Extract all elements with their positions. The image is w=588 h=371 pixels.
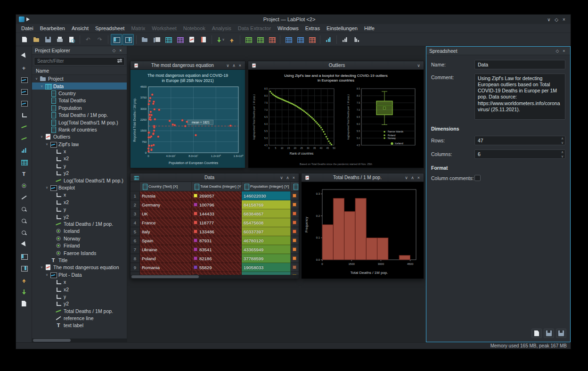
- cell-country[interactable]: Germany: [140, 200, 192, 209]
- new-project-button[interactable]: [19, 34, 30, 45]
- window-close-button[interactable]: ×: [291, 175, 297, 180]
- tree-item-rank-of-countries[interactable]: Rank of countries: [32, 126, 127, 133]
- cell-total-deaths[interactable]: 118777: [192, 218, 242, 227]
- cell-total-deaths[interactable]: 83541: [192, 245, 242, 254]
- column-statistics-button[interactable]: [323, 34, 334, 45]
- cell-total-deaths[interactable]: 269057: [192, 191, 242, 200]
- cell-extra[interactable]: [291, 227, 299, 236]
- add-reference-line-button[interactable]: [18, 192, 30, 203]
- cell-population[interactable]: 68384867: [242, 209, 291, 218]
- cell-country[interactable]: Russia: [140, 191, 192, 200]
- export-button[interactable]: [226, 34, 237, 45]
- tree-item-population[interactable]: Population: [32, 104, 127, 111]
- tree-item-title[interactable]: Title: [32, 256, 127, 264]
- tree-item-outliers[interactable]: ∨Outliers: [32, 133, 127, 140]
- menu-windows[interactable]: Windows: [274, 25, 302, 32]
- menu-extras[interactable]: Extras: [302, 25, 323, 32]
- column-comments-checkbox[interactable]: [474, 175, 481, 181]
- window-close-button[interactable]: ×: [416, 175, 422, 180]
- maximize-button[interactable]: ◇: [553, 17, 560, 22]
- spin-up-icon[interactable]: ∧: [561, 150, 564, 154]
- zoom-fit-tool-button[interactable]: [18, 228, 30, 238]
- outliers-worksheet[interactable]: Using Zipf's law and a boxplot for detec…: [248, 70, 424, 168]
- window-close-button[interactable]: ×: [237, 63, 243, 68]
- spin-up-icon[interactable]: ∧: [561, 136, 564, 140]
- scrollbar-handle[interactable]: [131, 275, 199, 278]
- tree-item-x[interactable]: x: [32, 278, 127, 285]
- menu-spreadsheet[interactable]: Spreadsheet: [92, 25, 128, 32]
- crosshair-tool-button[interactable]: [18, 63, 30, 73]
- tree-item-x2[interactable]: x2: [32, 198, 127, 206]
- add-plot-button[interactable]: [18, 74, 30, 85]
- tree-item-norway[interactable]: Norway: [32, 235, 127, 242]
- cell-extra[interactable]: [291, 236, 299, 245]
- redo-button[interactable]: [94, 34, 106, 45]
- toggle-project-explorer-button[interactable]: [111, 34, 122, 45]
- tree-item-the-most-dangerous-equation[interactable]: ∨The most dangerous equation: [32, 264, 127, 271]
- spin-down-icon[interactable]: ∨: [561, 140, 564, 145]
- export-worksheet-button[interactable]: [18, 275, 30, 285]
- columns-input[interactable]: [474, 149, 565, 159]
- column-header-1[interactable]: Country {Text} [X]: [140, 182, 192, 191]
- tree-item-y2[interactable]: y2: [32, 213, 127, 220]
- tree-item-total-deaths-1m-pop[interactable]: Total Deaths / 1M pop.: [32, 307, 127, 314]
- row-number[interactable]: 8: [131, 254, 140, 263]
- cell-extra[interactable]: [291, 254, 299, 263]
- tree-item-x[interactable]: x: [32, 191, 127, 198]
- remove-columns-button[interactable]: [306, 34, 318, 45]
- equation-worksheet[interactable]: The most dangerous equation and COVID-19…: [131, 70, 245, 168]
- remove-rows-button[interactable]: [266, 34, 278, 45]
- cell-population[interactable]: 146022030: [242, 191, 291, 200]
- cell-total-deaths[interactable]: 82186: [192, 254, 242, 263]
- cell-extra[interactable]: [291, 191, 299, 200]
- cell-population[interactable]: 65475608: [242, 218, 291, 227]
- tree-item-project[interactable]: ∨Project: [32, 75, 127, 82]
- navigate-tool-button[interactable]: [18, 239, 30, 250]
- add-equation-curve-button[interactable]: [18, 133, 30, 144]
- add-plot-templates-button[interactable]: [18, 98, 30, 108]
- project-tree-hscrollbar[interactable]: [32, 338, 127, 342]
- save-template-button[interactable]: [544, 329, 554, 338]
- menu-data-extractor[interactable]: Data Extractor: [235, 25, 274, 32]
- outliers-window-titlebar[interactable]: Outliers ∨: [248, 61, 424, 70]
- scrollbar-handle[interactable]: [33, 339, 71, 342]
- row-number[interactable]: 6: [131, 236, 140, 245]
- window-menu-button[interactable]: ∨: [225, 63, 231, 68]
- equation-window-titlebar[interactable]: The most dangerous equation ∨ ∧ ×: [131, 61, 245, 70]
- cell-total-deaths[interactable]: 100796: [192, 200, 242, 209]
- add-text-label-button[interactable]: [18, 169, 30, 179]
- cell-country[interactable]: Poland: [140, 254, 192, 263]
- expander-icon[interactable]: ∨: [34, 77, 39, 81]
- cell-population[interactable]: 43365949: [242, 245, 291, 254]
- tree-item-plot-data[interactable]: ∨Plot - Data: [32, 271, 127, 278]
- new-folder-button[interactable]: [139, 34, 150, 45]
- minimize-button[interactable]: ∨: [545, 17, 553, 22]
- row-number[interactable]: 9: [131, 263, 140, 272]
- cell-country[interactable]: Ukraine: [140, 245, 192, 254]
- insert-row-below-button[interactable]: [254, 34, 266, 45]
- save-project-button[interactable]: [42, 34, 54, 45]
- rows-input[interactable]: [474, 136, 565, 145]
- tree-item-finland[interactable]: Finland: [32, 242, 127, 249]
- menu-bearbeiten[interactable]: Bearbeiten: [37, 25, 68, 32]
- tree-item-total-deaths-1m-pop[interactable]: Total Deaths / 1M pop.: [32, 220, 127, 227]
- cell-population[interactable]: 37788599: [242, 254, 291, 263]
- tree-item-total-deaths-1m-pop[interactable]: Total Deaths / 1M pop.: [32, 111, 127, 118]
- dock-close-button[interactable]: ×: [117, 48, 124, 53]
- cell-country[interactable]: Italy: [140, 227, 192, 236]
- cell-extra[interactable]: [291, 200, 299, 209]
- add-plot-two-axes-button[interactable]: [18, 86, 30, 97]
- cell-population[interactable]: 60337397: [242, 227, 291, 236]
- rows-spinbox[interactable]: ∧∨: [474, 136, 565, 145]
- expander-icon[interactable]: ∨: [39, 265, 44, 269]
- expander-icon[interactable]: ∨: [44, 142, 49, 146]
- cell-population[interactable]: 46780120: [242, 236, 291, 245]
- column-header-2[interactable]: Total Deaths {Integer} [Y]: [192, 182, 242, 191]
- cell-extra[interactable]: [291, 218, 299, 227]
- cell-total-deaths[interactable]: 87931: [192, 236, 242, 245]
- import-button[interactable]: ∨: [214, 34, 226, 45]
- spinner-arrows[interactable]: ∧∨: [561, 136, 564, 145]
- tree-item-y[interactable]: y: [32, 162, 127, 169]
- close-button[interactable]: ×: [560, 17, 568, 22]
- cell-country[interactable]: France: [140, 218, 192, 227]
